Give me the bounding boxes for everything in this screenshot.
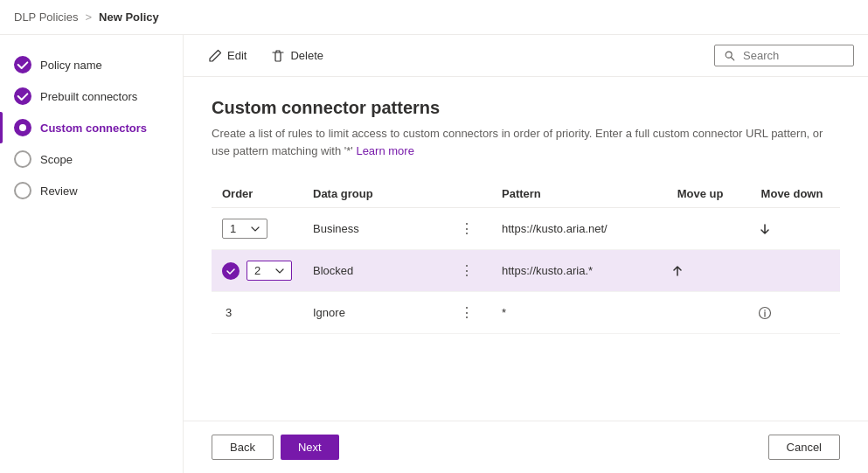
sidebar-label-custom: Custom connectors (40, 122, 147, 135)
col-menu (442, 180, 491, 208)
cancel-button[interactable]: Cancel (768, 435, 840, 460)
edit-button[interactable]: Edit (198, 44, 257, 68)
row2-order-dropdown[interactable]: 2 (247, 261, 292, 281)
delete-label: Delete (290, 49, 323, 62)
step-circle-review (14, 182, 31, 199)
col-datagroup: Data group (302, 180, 442, 208)
row3-order-cell: 3 (212, 292, 302, 334)
footer: Back Next Cancel (184, 421, 868, 473)
back-button[interactable]: Back (212, 435, 274, 460)
row1-moveup-cell (656, 208, 744, 250)
row3-menu: ⋮ (442, 292, 491, 334)
row2-movedown-cell (744, 250, 840, 292)
sidebar-item-prebuilt-connectors[interactable]: Prebuilt connectors (0, 80, 183, 112)
col-moveup: Move up (656, 180, 744, 208)
sidebar-item-custom-connectors[interactable]: Custom connectors (0, 112, 183, 143)
learn-more-link[interactable]: Learn more (356, 144, 413, 157)
main-content: Edit Delete Custom connector patterns (184, 35, 868, 473)
delete-icon (271, 49, 285, 63)
content-area: Custom connector patterns Create a list … (184, 77, 868, 421)
step-circle-scope (14, 150, 31, 168)
edit-label: Edit (227, 49, 247, 62)
chevron-down-icon (251, 226, 260, 232)
row3-info-button[interactable] (754, 303, 775, 323)
row2-check-circle (222, 262, 240, 280)
next-button[interactable]: Next (281, 435, 339, 460)
breadcrumb-current: New Policy (99, 10, 159, 24)
page-desc-text: Create a list of rules to limit access t… (212, 127, 823, 157)
page-description: Create a list of rules to limit access t… (212, 125, 840, 159)
step-circle-prebuilt (14, 87, 31, 105)
row1-order-wrapper: 1 (222, 219, 292, 239)
info-icon (758, 306, 772, 320)
row1-movedown-cell (744, 208, 840, 250)
row1-menu-button[interactable]: ⋮ (453, 217, 481, 240)
page-title: Custom connector patterns (212, 98, 840, 118)
table-row: 3 Ignore ⋮ * (212, 292, 840, 334)
sidebar-item-policy-name[interactable]: Policy name (0, 49, 183, 80)
row2-order-num: 2 (254, 264, 260, 277)
row1-move-down-button[interactable] (754, 219, 775, 240)
search-input[interactable] (743, 49, 844, 62)
col-order: Order (212, 180, 302, 208)
chevron-down-icon (275, 268, 284, 274)
row3-datagroup: Ignore (302, 292, 442, 334)
svg-point-0 (19, 124, 26, 131)
svg-point-1 (726, 52, 732, 58)
edit-icon (208, 49, 222, 63)
row3-menu-button[interactable]: ⋮ (453, 301, 481, 324)
row3-movedown-cell (744, 292, 840, 334)
search-icon (724, 50, 736, 62)
row2-datagroup: Blocked (302, 250, 442, 292)
row3-moveup-cell (656, 292, 744, 334)
breadcrumb-sep: > (85, 10, 92, 24)
row1-pattern: https://kusto.aria.net/ (491, 208, 656, 250)
sidebar-label-policy-name: Policy name (40, 59, 102, 72)
row1-order-cell: 1 (212, 208, 302, 250)
row2-menu: ⋮ (442, 250, 491, 292)
delete-button[interactable]: Delete (260, 44, 334, 68)
col-pattern: Pattern (491, 180, 656, 208)
table-row: 2 Blocked ⋮ https://kusto.aria.* (212, 250, 840, 292)
row3-pattern: * (491, 292, 656, 334)
breadcrumb-parent[interactable]: DLP Policies (14, 10, 78, 24)
step-circle-custom (14, 119, 31, 136)
search-box[interactable] (714, 45, 854, 66)
row2-menu-button[interactable]: ⋮ (453, 259, 481, 282)
breadcrumb: DLP Policies > New Policy (14, 10, 159, 24)
row3-order-wrapper: 3 (222, 306, 292, 319)
sidebar-label-scope: Scope (40, 153, 73, 166)
arrow-down-icon (758, 222, 772, 236)
row1-order-dropdown[interactable]: 1 (222, 219, 267, 239)
check-icon (226, 266, 236, 276)
row2-move-up-button[interactable] (667, 261, 688, 282)
col-movedown: Move down (744, 180, 840, 208)
table-row: 1 Business ⋮ https://kusto.aria. (212, 208, 840, 250)
topbar: DLP Policies > New Policy (0, 0, 868, 35)
toolbar: Edit Delete (184, 35, 868, 77)
sidebar-label-review: Review (40, 184, 78, 198)
row2-moveup-cell (656, 250, 744, 292)
connector-patterns-table: Order Data group Pattern Move up Move do… (212, 180, 840, 334)
footer-left-buttons: Back Next (212, 435, 339, 460)
step-circle-policy-name (14, 56, 31, 73)
svg-point-3 (764, 310, 766, 311)
row2-pattern: https://kusto.aria.* (491, 250, 656, 292)
sidebar: Policy name Prebuilt connectors Custom c… (0, 35, 184, 473)
row1-order-num: 1 (230, 222, 236, 235)
arrow-up-icon (670, 264, 684, 278)
row3-order-num: 3 (222, 306, 232, 319)
sidebar-item-scope[interactable]: Scope (0, 143, 183, 175)
row1-menu: ⋮ (442, 208, 491, 250)
row2-order-cell: 2 (212, 250, 302, 292)
row2-order-wrapper: 2 (222, 261, 292, 281)
sidebar-item-review[interactable]: Review (0, 175, 183, 206)
row1-datagroup: Business (302, 208, 442, 250)
sidebar-label-prebuilt: Prebuilt connectors (40, 90, 137, 103)
